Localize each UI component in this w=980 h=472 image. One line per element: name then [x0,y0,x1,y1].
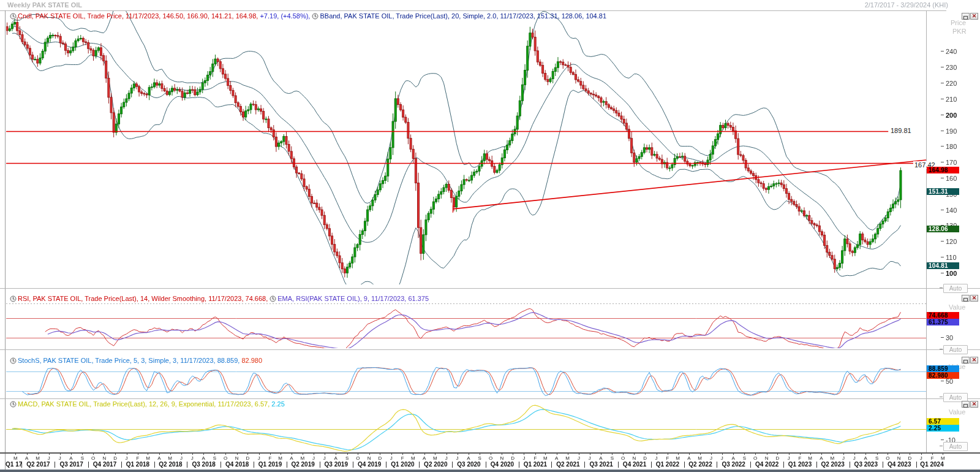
month-tick-label: J [323,455,326,461]
main-legend[interactable]: Cndl, PAK STATE OIL, Trade Price, 11/17/… [10,12,606,21]
bband-legend-text: BBand, PAK STATE OIL, Trade Price(Last),… [320,12,606,20]
tick-value: 230 [946,64,957,71]
month-tick [932,453,933,455]
quarter-separator [750,462,751,468]
month-tick [821,453,822,455]
month-tick-label: N [103,455,107,461]
quarter-separator [386,462,386,468]
quarter-separator [519,462,519,468]
quarter-separator [353,462,353,468]
month-tick-label: N [500,455,503,461]
macd-legend[interactable]: MACD, PAK STATE OIL, Trade Price(Last), … [10,400,285,409]
month-tick [82,453,83,455]
tick-mark [941,381,944,381]
price-tick-label: 140 [941,207,957,214]
restore-panel-button-macd[interactable] [962,401,970,408]
quarter-label: Q1 17 [6,461,22,468]
tick-value: 190 [946,128,957,135]
month-tick-label: J [589,455,591,461]
tick-value: 50 [946,378,953,385]
month-tick [612,453,612,455]
quarter-separator [55,462,55,468]
price-badge: 128.06 [927,226,959,232]
month-tick [27,453,28,455]
stoch-badge: 82.980 [927,372,959,379]
time-axis-line [0,452,980,454]
tick-mark [941,83,944,83]
quarter-label: Q1 2020 [391,461,414,468]
month-tick [281,453,281,455]
month-tick [181,453,182,455]
auto-scale-button-rsi[interactable]: Auto [943,345,968,354]
month-tick [810,453,811,455]
quarter-label: Q3 2020 [457,461,480,468]
price-tick-label: 180 [941,143,957,150]
month-tick [192,453,193,455]
quarter-separator [254,462,254,468]
month-tick-label: O [753,455,757,461]
month-tick [800,453,801,455]
month-tick-label: F [533,455,537,461]
restore-icon [963,298,968,302]
month-tick [789,453,790,455]
quarter-label: Q1 2019 [258,461,282,468]
quarter-label: Q2 2019 [291,461,314,468]
stoch-legend[interactable]: StochS, PAK STATE OIL, Trade Price, 5, 3… [10,357,262,365]
month-tick [138,453,138,455]
quarter-separator [320,462,320,468]
price-tick-label: 210 [941,96,957,103]
auto-scale-button-main[interactable]: Auto [943,284,968,293]
month-tick [336,453,336,455]
month-tick-label: A [467,455,470,461]
tick-mark [941,241,944,242]
month-tick [127,453,127,455]
close-panel-button-stoch[interactable]: ✕ [970,357,978,364]
tick-mark [941,115,944,115]
month-tick [767,453,767,455]
tick-mark [941,178,944,178]
month-tick [203,453,204,455]
clock-icon [10,357,17,365]
month-tick [832,453,833,455]
month-tick [899,453,900,455]
tick-mark [941,99,944,99]
month-tick [292,453,292,455]
month-tick-label: A [423,455,426,461]
quarter-separator [584,462,585,468]
quarter-label: Q1 2023 [788,461,812,468]
month-tick-label: M [698,455,702,461]
auto-scale-button-macd[interactable]: Auto [943,442,968,451]
rsi-ema-legend-text: EMA, RSI(PAK STATE OIL), 9, 11/17/2023, … [277,295,429,302]
month-tick-label: N [633,455,636,461]
quarter-label: Q4 2019 [358,461,381,468]
month-tick [60,453,61,455]
macd-value-label: Value [949,408,965,416]
month-tick-label: S [478,455,481,461]
restore-panel-button-rsi[interactable] [962,295,970,302]
month-tick-label: A [69,455,72,461]
quarter-label: Q2 2023 [821,461,844,468]
close-panel-button-macd[interactable]: ✕ [970,401,978,408]
tick-mark [941,131,944,131]
month-tick-label: A [555,455,558,461]
month-tick [524,453,524,455]
close-panel-button-rsi[interactable]: ✕ [970,295,978,302]
window-bottom-bar [0,470,980,472]
month-tick-label: F [799,455,802,461]
tick-value: 220 [946,80,957,87]
month-tick-label: M [543,455,548,461]
month-tick-label: A [599,455,602,461]
month-tick-label: M [411,455,415,461]
tick-value: 240 [946,48,957,55]
quarter-separator [154,462,155,468]
axis-title-currency: PKR [952,28,967,35]
close-panel-button-main[interactable]: ✕ [970,13,978,20]
tick-mark [941,51,944,51]
price-tick-label: 240 [941,48,957,55]
rsi-legend[interactable]: RSI, PAK STATE OIL, Trade Price(Last), 1… [10,295,429,303]
month-tick [877,453,878,455]
month-tick [910,453,910,455]
month-tick-label: S [875,455,878,461]
month-tick [170,453,171,455]
month-tick-label: J [59,455,61,461]
